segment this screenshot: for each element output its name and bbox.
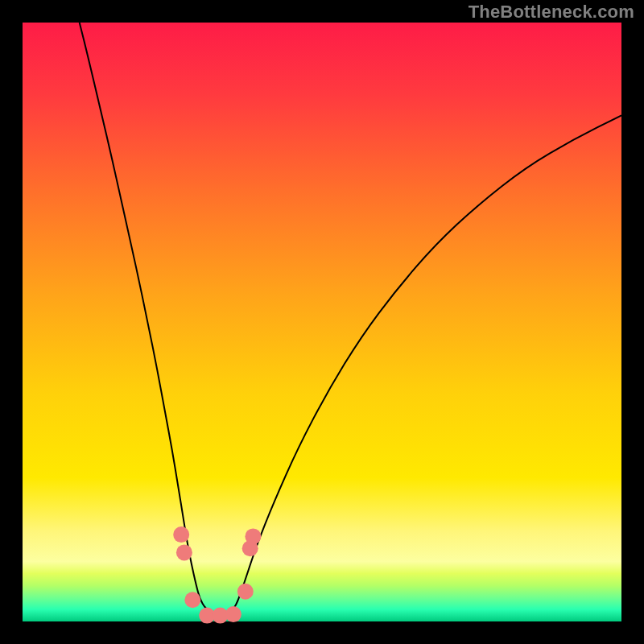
watermark-text: TheBottleneck.com bbox=[469, 2, 634, 23]
marker-dot bbox=[176, 544, 192, 560]
marker-dot bbox=[225, 606, 242, 622]
marker-dot bbox=[245, 528, 261, 544]
plot-area bbox=[23, 23, 621, 621]
marker-dot bbox=[237, 584, 254, 600]
chart-frame: TheBottleneck.com bbox=[0, 0, 644, 644]
marker-dot bbox=[184, 592, 200, 608]
bottleneck-chart bbox=[0, 0, 644, 644]
marker-dot bbox=[173, 526, 189, 543]
